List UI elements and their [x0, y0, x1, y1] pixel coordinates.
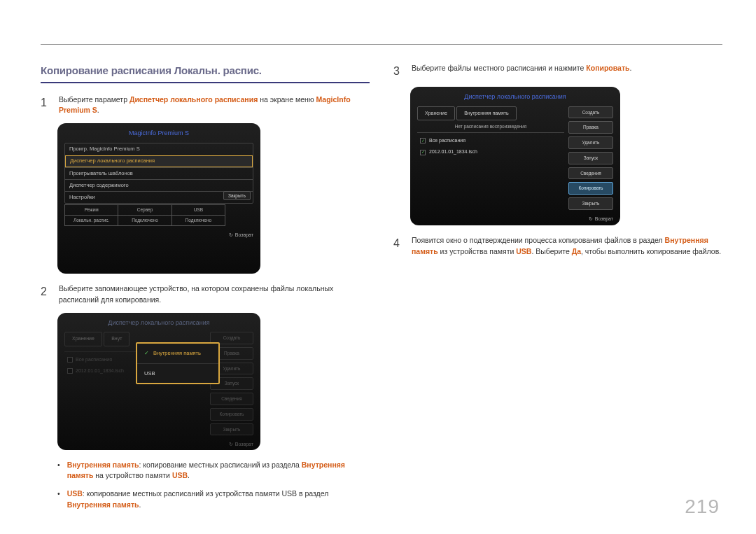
bullet-list: • Внутренняя память: копирование местных…: [57, 460, 370, 511]
return-row: Возврат: [417, 216, 613, 223]
row-text: Все расписания: [429, 137, 465, 145]
side-button[interactable]: Сведения: [568, 167, 613, 180]
ss3-subtitle: Нет расписания воспроизведения: [417, 123, 564, 130]
status-header: Режим: [65, 205, 118, 216]
text: .: [630, 64, 632, 72]
ss2-title: Диспетчер локального расписания: [64, 318, 253, 328]
bullet-text: USB: копирование местных расписаний из у…: [67, 489, 370, 511]
checkbox-icon[interactable]: ✓: [420, 150, 426, 155]
side-button[interactable]: Запуск: [568, 152, 613, 164]
list-item[interactable]: ✓2012.01.01_1834.lsch: [417, 146, 564, 158]
list-item[interactable]: ✓Все расписания: [417, 135, 564, 147]
side-button[interactable]: Закрыть: [210, 423, 253, 436]
hl-text: Да: [572, 247, 581, 255]
ss1-title: MagicInfo Premium S: [64, 129, 253, 139]
text: на устройство памяти: [93, 471, 172, 479]
row-text: Все расписания: [76, 357, 112, 362]
return-label[interactable]: Возврат: [235, 442, 253, 447]
text: . Выберите: [531, 247, 571, 255]
hl-text: USB: [67, 489, 83, 498]
text: из устройства памяти: [438, 247, 517, 255]
row-text: 2012.01.01_1834.lsch: [76, 368, 124, 373]
internal-chip[interactable]: Внутренняя память: [456, 106, 516, 121]
ss3-body: Хранение Внутренняя память Нет расписани…: [417, 106, 613, 210]
text: : копирование местных расписаний из разд…: [139, 461, 302, 469]
side-button[interactable]: Сведения: [210, 393, 253, 405]
step-1: 1 Выберите параметр Диспетчер локального…: [41, 94, 370, 117]
text: Появится окно о подтверждении процесса к…: [412, 236, 665, 244]
bullet-text: Внутренняя память: копирование местных р…: [67, 460, 370, 482]
hl-text: USB: [172, 471, 188, 479]
popup-option-internal[interactable]: ✓Внутренняя память: [137, 344, 218, 363]
status-value: Подключено: [172, 216, 225, 226]
check-icon: ✓: [144, 349, 149, 358]
row-text: 2012.01.01_1834.lsch: [429, 148, 477, 156]
hl-text: Копировать: [586, 64, 629, 72]
menu-item[interactable]: Проигр. MagicInfo Premium S: [65, 143, 253, 155]
checkbox-icon: [67, 368, 73, 374]
storage-label: Хранение: [417, 106, 455, 121]
close-button[interactable]: Закрыть: [223, 191, 251, 201]
ss3-left: Хранение Внутренняя память Нет расписани…: [417, 106, 564, 210]
page-number: 219: [685, 492, 720, 521]
return-row: Возврат: [64, 232, 253, 239]
return-icon: [229, 232, 235, 237]
side-button[interactable]: Удалить: [568, 136, 613, 149]
return-label[interactable]: Возврат: [235, 232, 253, 237]
step-number: 2: [41, 283, 50, 300]
bullet-item: • Внутренняя память: копирование местных…: [57, 460, 370, 482]
step-3: 3 Выберите файлы местного расписания и н…: [393, 63, 722, 80]
return-icon: [589, 216, 595, 221]
step-4: 4 Появится окно о подтверждении процесса…: [393, 235, 722, 258]
side-button-copy[interactable]: Копировать: [568, 182, 613, 195]
divider: [417, 132, 564, 133]
popup-option-usb[interactable]: USB: [137, 363, 218, 383]
menu-item-active[interactable]: Диспетчер локального расписания: [65, 155, 253, 167]
checkbox-icon[interactable]: ✓: [420, 138, 426, 143]
hl-text: USB: [516, 247, 531, 255]
hl-text: Диспетчер локального расписания: [130, 95, 258, 104]
screenshot-3: Диспетчер локального расписания Хранение…: [410, 87, 620, 225]
checkbox-icon: [67, 357, 73, 363]
step-number: 4: [393, 235, 403, 252]
step-4-body: Появится окно о подтверждении процесса к…: [412, 235, 722, 258]
text: : копирование местных расписаний из устр…: [83, 489, 329, 498]
status-header: USB: [172, 205, 225, 216]
text: .: [188, 471, 190, 479]
menu-item[interactable]: Проигрыватель шаблонов: [65, 167, 253, 179]
left-column: Копирование расписания Локальн. распис. …: [41, 63, 370, 506]
right-column: 3 Выберите файлы местного расписания и н…: [393, 63, 722, 506]
side-button[interactable]: Закрыть: [568, 197, 613, 210]
top-rule: [41, 44, 722, 45]
text: .: [97, 106, 99, 114]
text: .: [139, 500, 141, 509]
screenshot-2: Диспетчер локального расписания Хранение…: [57, 313, 260, 450]
side-button[interactable]: Копировать: [210, 408, 253, 421]
side-button[interactable]: Создать: [568, 106, 613, 119]
storage-popup: ✓Внутренняя память USB: [136, 342, 220, 384]
return-row: Возврат: [64, 441, 253, 449]
step-3-body: Выберите файлы местного расписания и наж…: [412, 63, 722, 74]
screenshot-1: MagicInfo Premium S Проигр. MagicInfo Pr…: [57, 123, 260, 274]
side-button[interactable]: Правка: [568, 121, 613, 134]
bullet-dot-icon: •: [57, 460, 60, 482]
step-2: 2 Выберите запоминающее устройство, на к…: [41, 283, 370, 306]
step-2-body: Выберите запоминающее устройство, на кот…: [59, 283, 370, 306]
ss3-title: Диспетчер локального расписания: [417, 92, 613, 102]
return-label[interactable]: Возврат: [595, 216, 613, 221]
status-header: Сервер: [118, 205, 172, 216]
text: Выберите параметр: [59, 95, 130, 104]
status-value: Подключено: [118, 216, 172, 226]
bullet-item: • USB: копирование местных расписаний из…: [57, 489, 370, 511]
step-number: 3: [393, 63, 403, 80]
text: , чтобы выполнить копирование файлов.: [581, 247, 721, 255]
menu-item[interactable]: Диспетчер содержимого: [65, 179, 253, 191]
return-icon: [229, 442, 235, 447]
text: на экране меню: [258, 95, 316, 104]
internal-slot: Внут: [104, 332, 130, 346]
status-value: Локальн. распис.: [65, 216, 118, 226]
hl-text: Внутренняя память: [67, 461, 139, 469]
section-heading: Копирование расписания Локальн. распис.: [41, 63, 370, 83]
ss3-right-buttons: Создать Правка Удалить Запуск Сведения К…: [568, 106, 613, 210]
hl-text: Внутренняя память: [67, 500, 139, 509]
